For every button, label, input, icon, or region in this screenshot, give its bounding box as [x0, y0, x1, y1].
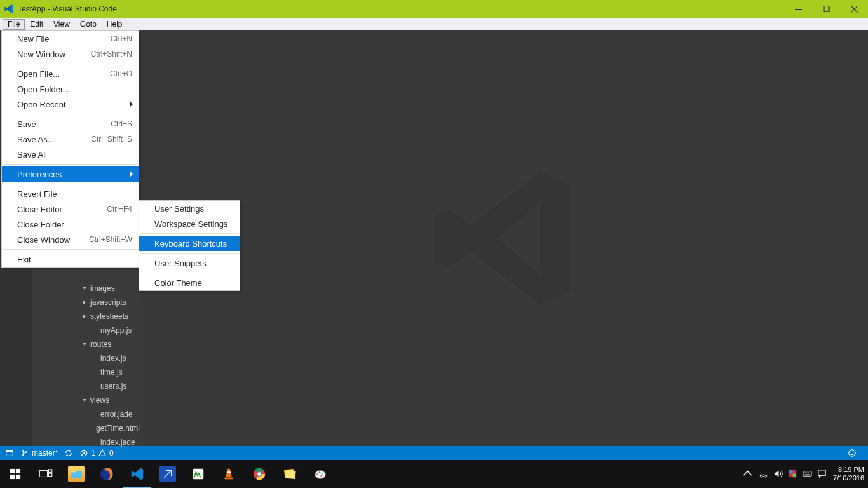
menu-item-label: Save	[17, 119, 36, 129]
twisty-open-icon[interactable]	[81, 286, 88, 291]
tray-input-icon[interactable]	[803, 469, 812, 480]
taskbar-firefox[interactable]	[92, 460, 122, 488]
system-tray	[759, 469, 827, 480]
svg-rect-13	[16, 469, 20, 473]
menubar-item-help[interactable]: Help	[102, 19, 128, 30]
svg-rect-24	[227, 471, 231, 473]
svg-rect-43	[818, 470, 825, 475]
tree-row[interactable]: error.jade	[37, 407, 140, 421]
taskbar-clock[interactable]: 8:19 PM 7/10/2016	[833, 466, 864, 482]
status-sync[interactable]	[64, 449, 73, 458]
file-menu-item[interactable]: Close EditorCtrl+F4	[2, 201, 139, 217]
file-menu-item[interactable]: SaveCtrl+S	[2, 116, 139, 132]
twisty-closed-icon[interactable]	[81, 300, 88, 305]
menu-item-label: User Settings	[154, 204, 204, 214]
menu-item-shortcut: Ctrl+O	[110, 69, 132, 78]
file-menu-item[interactable]: Save As...Ctrl+Shift+S	[2, 132, 139, 147]
tree-label: views	[90, 396, 109, 405]
menubar-item-edit[interactable]: Edit	[25, 19, 48, 30]
tree-label: index.jade	[100, 438, 135, 447]
twisty-open-icon[interactable]	[81, 398, 88, 403]
menu-item-label: Close Folder	[17, 220, 64, 229]
preferences-submenu-item[interactable]: Workspace Settings	[139, 216, 240, 231]
tree-row[interactable]: views	[37, 393, 140, 407]
file-menu-item[interactable]: Preferences	[2, 166, 139, 182]
menu-item-label: Keyboard Shortcuts	[154, 239, 227, 248]
menu-item-shortcut: Ctrl+N	[111, 34, 132, 43]
taskbar-chrome[interactable]	[244, 460, 275, 488]
status-error-count: 1	[91, 449, 95, 458]
taskbar-time: 8:19 PM	[833, 466, 864, 474]
file-menu-item[interactable]: Exit	[2, 252, 139, 267]
file-menu-item[interactable]: New WindowCtrl+Shift+N	[2, 46, 139, 62]
tree-row[interactable]: index.js	[37, 351, 140, 365]
tree-row[interactable]: index.jade	[37, 435, 140, 449]
taskbar-paint[interactable]	[305, 460, 336, 488]
tray-network-icon[interactable]	[759, 469, 768, 480]
file-menu-item[interactable]: Close WindowCtrl+Shift+W	[2, 232, 139, 247]
twisty-closed-icon[interactable]	[81, 314, 88, 319]
tree-row[interactable]: time.js	[37, 365, 140, 379]
svg-rect-15	[16, 475, 20, 479]
preferences-submenu-item[interactable]: User Snippets	[139, 255, 240, 271]
taskbar-app-2[interactable]	[183, 460, 214, 488]
svg-rect-14	[10, 475, 15, 479]
file-tree: imagesjavascriptsstylesheetsmyApp.jsrout…	[32, 281, 140, 449]
task-view-button[interactable]	[31, 460, 61, 488]
start-button[interactable]	[0, 460, 31, 488]
file-menu-item[interactable]: Save All	[2, 147, 139, 162]
file-menu-item[interactable]: New FileCtrl+N	[2, 31, 139, 46]
menu-item-label: Close Editor	[17, 205, 62, 214]
tree-row[interactable]: getTime.html	[37, 421, 140, 435]
file-menu-item[interactable]: Open File...Ctrl+O	[2, 66, 139, 81]
window-close-button[interactable]	[840, 0, 868, 18]
taskbar-app-1[interactable]	[153, 460, 183, 488]
svg-rect-42	[805, 474, 810, 475]
tray-show-hidden-icon[interactable]	[743, 469, 752, 480]
tree-row[interactable]: images	[37, 281, 140, 295]
tray-action-center-icon[interactable]	[817, 469, 827, 480]
preferences-submenu-item[interactable]: Color Theme	[139, 275, 240, 290]
menu-item-label: Color Theme	[154, 278, 202, 288]
status-feedback[interactable]	[848, 449, 857, 458]
tree-row[interactable]: users.js	[37, 379, 140, 393]
tree-row[interactable]: routes	[37, 337, 140, 351]
tree-row[interactable]: javascripts	[37, 295, 140, 309]
status-problems[interactable]: 1 0	[79, 449, 113, 458]
file-menu-item[interactable]: Open Recent	[2, 97, 139, 112]
window-maximize-button[interactable]	[812, 0, 840, 18]
taskbar-vlc[interactable]	[214, 460, 244, 488]
taskbar-file-explorer[interactable]	[61, 460, 92, 488]
tray-volume-icon[interactable]	[773, 469, 783, 480]
menu-separator	[3, 64, 138, 64]
preferences-submenu-item[interactable]: Keyboard Shortcuts	[139, 236, 240, 251]
svg-rect-37	[793, 473, 797, 477]
file-menu-item[interactable]: Open Folder...	[2, 81, 139, 97]
twisty-open-icon[interactable]	[81, 342, 88, 347]
taskbar-sticky-notes[interactable]	[275, 460, 305, 488]
file-menu-item[interactable]: Close Folder	[2, 217, 139, 232]
tree-label: index.js	[100, 354, 126, 363]
tray-security-icon[interactable]	[788, 469, 797, 480]
menu-separator	[140, 273, 239, 273]
taskbar-vscode[interactable]	[122, 460, 153, 488]
status-scm-button[interactable]	[5, 449, 14, 458]
window-minimize-button[interactable]	[784, 0, 812, 18]
tree-row[interactable]: stylesheets	[37, 309, 140, 323]
svg-rect-16	[39, 471, 47, 477]
menu-separator	[3, 249, 138, 250]
tree-row[interactable]: myApp.js	[37, 323, 140, 337]
menubar-item-file[interactable]: File	[3, 19, 25, 30]
menu-item-shortcut: Ctrl+F4	[107, 205, 132, 214]
svg-rect-36	[789, 470, 793, 473]
svg-point-10	[850, 452, 851, 453]
file-menu-item[interactable]: Revert File	[2, 186, 139, 201]
menubar-item-view[interactable]: View	[48, 19, 75, 30]
status-git-branch[interactable]: master*	[20, 449, 58, 458]
menubar-item-goto[interactable]: Goto	[75, 19, 102, 30]
svg-rect-2	[824, 6, 830, 11]
tree-label: routes	[90, 340, 111, 349]
menu-item-shortcut: Ctrl+Shift+S	[91, 135, 132, 144]
vscode-icon	[4, 4, 14, 14]
preferences-submenu-item[interactable]: User Settings	[139, 201, 240, 216]
